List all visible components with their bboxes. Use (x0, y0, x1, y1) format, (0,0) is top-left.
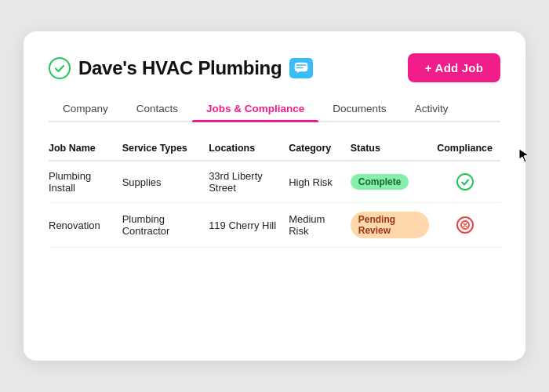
tabs-bar: Company Contacts Jobs & Compliance Docum… (49, 96, 500, 122)
table-header-row: Job Name Service Types Locations Categor… (49, 136, 500, 161)
col-compliance: Compliance (437, 136, 500, 161)
col-locations: Locations (209, 136, 289, 161)
cell-category: Medium Risk (289, 203, 351, 248)
main-card: Dave's HVAC Plumbing + Add Job Company C… (24, 31, 525, 361)
tab-contacts[interactable]: Contacts (122, 96, 192, 121)
cell-compliance (437, 161, 500, 203)
cell-service-types: Plumbing Contractor (122, 203, 209, 248)
tab-jobs-compliance[interactable]: Jobs & Compliance (192, 96, 318, 121)
check-circle-icon (49, 57, 71, 79)
add-job-button[interactable]: + Add Job (408, 53, 500, 82)
status-badge-pending: Pending Review (351, 212, 429, 238)
status-badge-complete: Complete (351, 174, 409, 190)
compliance-ok-icon (456, 173, 474, 191)
jobs-table: Job Name Service Types Locations Categor… (49, 136, 500, 248)
tab-activity[interactable]: Activity (401, 96, 463, 121)
table-row[interactable]: Renovation Plumbing Contractor 119 Cherr… (49, 203, 500, 248)
jobs-table-wrap: Job Name Service Types Locations Categor… (49, 136, 500, 248)
cell-category: High Risk (289, 161, 351, 203)
col-job-name: Job Name (49, 136, 122, 161)
title-group: Dave's HVAC Plumbing (49, 57, 313, 79)
svg-rect-0 (295, 63, 307, 71)
cell-job-name: Renovation (49, 203, 122, 248)
cell-status: Pending Review (351, 203, 437, 248)
cell-service-types: Supplies (122, 161, 209, 203)
cell-compliance (437, 203, 500, 248)
tab-company[interactable]: Company (49, 96, 122, 121)
table-row[interactable]: Plumbing Install Supplies 33rd Liberty S… (49, 161, 500, 203)
chat-icon-button[interactable] (289, 58, 313, 78)
company-name: Dave's HVAC Plumbing (78, 57, 282, 79)
header-row: Dave's HVAC Plumbing + Add Job (49, 53, 500, 82)
cell-status: Complete (351, 161, 437, 203)
tab-documents[interactable]: Documents (318, 96, 400, 121)
col-category: Category (289, 136, 351, 161)
compliance-fail-icon (456, 216, 474, 234)
cell-locations: 33rd Liberty Street (209, 161, 289, 203)
cursor-pointer (518, 147, 532, 162)
col-service-types: Service Types (122, 136, 209, 161)
cell-job-name: Plumbing Install (49, 161, 122, 203)
col-status: Status (351, 136, 437, 161)
cell-locations: 119 Cherry Hill (209, 203, 289, 248)
